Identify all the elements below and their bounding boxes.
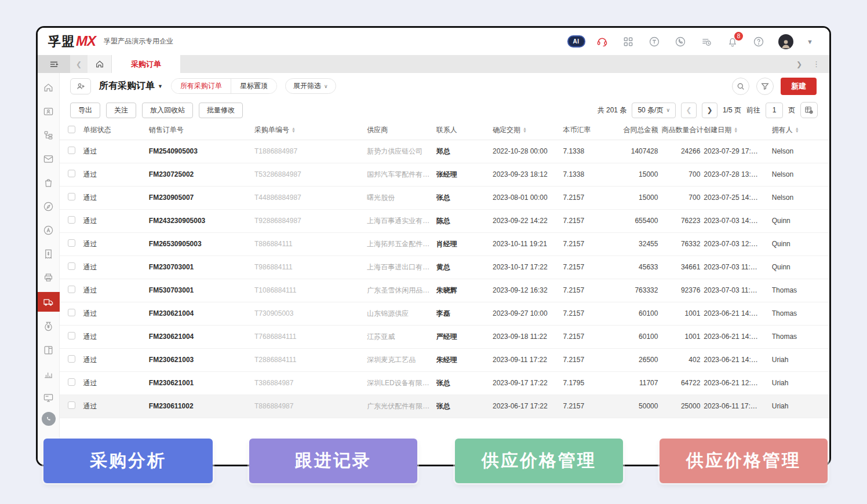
table-row[interactable]: 通过FM230621004T7686884111江苏亚威严经理2023-09-1… bbox=[60, 325, 829, 348]
new-button[interactable]: 新建 bbox=[781, 78, 817, 95]
sort-icon[interactable]: ▲▼ bbox=[795, 127, 799, 133]
table-row[interactable]: 通过FM243230905003T92886884987上海百事通实业有…陈总2… bbox=[60, 209, 829, 232]
table-row[interactable]: 通过FM230905007T44886884987曙光股份张总2023-08-0… bbox=[60, 186, 829, 209]
sidebar-item-book[interactable] bbox=[39, 341, 58, 359]
task-clock-icon[interactable] bbox=[700, 35, 713, 48]
table-row[interactable]: 通过FM26530905003T886884111上海拓邦五金配件…肖经理202… bbox=[60, 232, 829, 255]
sidebar-item-bag[interactable] bbox=[39, 173, 58, 192]
chevron-down-icon[interactable]: ▼ bbox=[807, 38, 813, 45]
column-settings-icon[interactable] bbox=[800, 102, 818, 118]
search-icon[interactable] bbox=[732, 78, 749, 95]
funnel-icon[interactable] bbox=[756, 78, 774, 95]
pill-all-purchase-orders[interactable]: 所有采购订单 bbox=[172, 79, 231, 93]
sidebar-item-printer[interactable] bbox=[39, 268, 58, 287]
row-checkbox[interactable] bbox=[68, 147, 75, 154]
table-row[interactable]: 通过FM230703001T986884111上海百事进出口有…黄总2023-1… bbox=[60, 255, 829, 279]
toolbar-button-0[interactable]: 导出 bbox=[70, 103, 100, 118]
tab-forward-icon[interactable]: ❯ bbox=[796, 60, 802, 68]
sidebar-item-whatsapp[interactable] bbox=[42, 412, 56, 426]
view-title[interactable]: 所有采购订单 ▼ bbox=[99, 80, 163, 92]
row-checkbox[interactable] bbox=[68, 193, 75, 200]
overlay-button-0[interactable]: 采购分析 bbox=[43, 439, 213, 483]
apps-grid-icon[interactable] bbox=[622, 35, 635, 48]
sidebar-item-home[interactable] bbox=[39, 78, 58, 97]
person-view-icon[interactable] bbox=[70, 78, 91, 94]
filter-row: 所有采购订单 ▼ 所有采购订单 星标置顶 展开筛选 ∨ bbox=[60, 73, 829, 99]
sort-icon[interactable]: ▲▼ bbox=[292, 127, 296, 133]
cell-status: 通过 bbox=[83, 255, 148, 279]
sidebar-item-id-card[interactable] bbox=[39, 102, 58, 120]
tab-home-icon[interactable] bbox=[88, 55, 112, 73]
help-icon[interactable] bbox=[752, 35, 765, 48]
table-row[interactable]: 通过FM230621001T386884987深圳LED设备有限…张总2023-… bbox=[60, 371, 829, 395]
sidebar-item-receipt[interactable] bbox=[39, 244, 58, 263]
whatsapp-icon[interactable] bbox=[674, 35, 687, 48]
column-header-5[interactable]: 确定交期▲▼ bbox=[493, 121, 563, 140]
column-header-4: 联系人 bbox=[436, 121, 493, 140]
compass-icon bbox=[43, 201, 54, 212]
cell-status: 通过 bbox=[83, 279, 148, 302]
pill-expand-filter[interactable]: 展开筛选 ∨ bbox=[285, 78, 336, 94]
select-all-checkbox[interactable] bbox=[68, 126, 75, 133]
table-row[interactable]: 通过FM230621004T730905003山东锦源供应李磊2023-09-2… bbox=[60, 302, 829, 325]
row-checkbox[interactable] bbox=[68, 262, 75, 270]
table-row[interactable]: 通过FM2540905003T1886884987新势力供应链公司郑总2022-… bbox=[60, 140, 829, 163]
column-header-9[interactable]: 创建日期▲▼ bbox=[704, 121, 771, 140]
toolbar-button-1[interactable]: 关注 bbox=[106, 103, 136, 118]
overlay-button-1[interactable]: 跟进记录 bbox=[249, 439, 417, 483]
row-checkbox[interactable] bbox=[68, 332, 75, 339]
sidebar-item-mail[interactable] bbox=[39, 149, 58, 168]
prev-page-button[interactable]: ❮ bbox=[681, 103, 697, 118]
sidebar-item-money-bag[interactable] bbox=[39, 317, 58, 335]
column-header-10[interactable]: 拥有人▲▼ bbox=[772, 121, 829, 140]
row-checkbox[interactable] bbox=[68, 309, 75, 316]
cell-created: 2023-07-03 11:… bbox=[704, 255, 771, 279]
table-row[interactable]: 通过FM230725002T53286884987国邦汽车零配件有…张经理202… bbox=[60, 163, 829, 186]
row-checkbox[interactable] bbox=[68, 401, 75, 409]
goto-page-input[interactable] bbox=[766, 103, 783, 118]
column-header-2[interactable]: 采购单编号▲▼ bbox=[254, 121, 367, 140]
tab-more-icon[interactable]: ⋮ bbox=[813, 60, 820, 68]
cell-qty: 1001 bbox=[661, 302, 704, 325]
table-row[interactable]: 通过FM530703001T1086884111广东圣雪休闲用品…朱晓辉2023… bbox=[60, 279, 829, 302]
table-row[interactable]: 通过FM230611002T886884987广东光伏配件有限…张总2023-0… bbox=[60, 395, 829, 418]
overlay-button-3[interactable]: 供应价格管理 bbox=[660, 439, 828, 483]
toolbar-button-2[interactable]: 放入回收站 bbox=[142, 103, 193, 118]
sidebar-item-truck[interactable] bbox=[38, 292, 60, 312]
row-checkbox[interactable] bbox=[68, 286, 75, 293]
table-row[interactable]: 通过FM230621003T2886884111深圳麦克工艺品朱经理2023-0… bbox=[60, 348, 829, 371]
row-checkbox[interactable] bbox=[68, 239, 75, 247]
printer-icon bbox=[43, 272, 54, 283]
cell-status: 通过 bbox=[83, 395, 148, 418]
sidebar-item-bar-chart[interactable] bbox=[39, 364, 58, 383]
cell-supplier: 深圳LED设备有限… bbox=[367, 371, 436, 395]
cell-amount: 1407428 bbox=[607, 140, 661, 163]
row-checkbox[interactable] bbox=[68, 216, 75, 224]
pill-star-top[interactable]: 星标置顶 bbox=[231, 79, 276, 93]
notification-badge: 8 bbox=[734, 32, 743, 41]
ai-assistant-icon[interactable]: AI bbox=[570, 35, 582, 48]
collapse-menu-icon[interactable] bbox=[38, 55, 70, 73]
sort-icon[interactable]: ▲▼ bbox=[734, 127, 738, 133]
cell-status: 通过 bbox=[83, 209, 148, 232]
toolbar-button-3[interactable]: 批量修改 bbox=[199, 103, 243, 118]
sidebar-item-org-tree[interactable] bbox=[39, 126, 58, 144]
sort-icon[interactable]: ▲▼ bbox=[523, 127, 527, 133]
next-page-button[interactable]: ❯ bbox=[702, 103, 717, 118]
cell-amount: 15000 bbox=[607, 186, 661, 209]
overlay-button-2[interactable]: 供应价格管理 bbox=[455, 439, 623, 483]
row-checkbox[interactable] bbox=[68, 170, 75, 177]
cell-amount: 60100 bbox=[607, 325, 661, 348]
notification-bell-icon[interactable]: 8 bbox=[726, 35, 739, 48]
sidebar-item-monitor[interactable] bbox=[39, 388, 58, 407]
sidebar-item-compass[interactable] bbox=[39, 197, 58, 216]
tab-purchase-orders[interactable]: 采购订单 bbox=[112, 55, 180, 73]
sidebar-item-circle-a[interactable] bbox=[39, 221, 58, 239]
row-checkbox[interactable] bbox=[68, 355, 75, 363]
row-checkbox[interactable] bbox=[68, 378, 75, 386]
avatar[interactable] bbox=[778, 34, 793, 49]
headset-support-icon[interactable] bbox=[596, 35, 609, 48]
t-circle-icon[interactable] bbox=[648, 35, 661, 48]
page-size-select[interactable]: 50 条/页 ∨ bbox=[632, 103, 676, 118]
tab-back-icon[interactable]: ❮ bbox=[70, 55, 88, 73]
